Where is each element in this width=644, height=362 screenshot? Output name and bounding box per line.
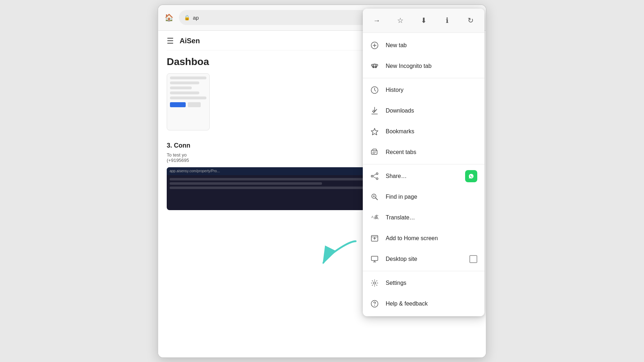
svg-text:A: A <box>371 215 374 219</box>
gear-icon <box>370 278 379 288</box>
recent-tabs-label: Recent tabs <box>386 149 477 155</box>
preview-line <box>170 86 192 89</box>
incognito-icon <box>370 61 379 71</box>
new-tab-label: New tab <box>386 42 477 49</box>
desktop-icon <box>370 254 379 264</box>
menu-items: New tab New Incognito tab <box>363 33 484 316</box>
clock-icon <box>370 85 379 95</box>
star-icon <box>370 127 379 136</box>
site-title: AiSen <box>180 37 200 45</box>
svg-text:A: A <box>374 215 377 220</box>
translate-icon: A A <box>370 213 379 222</box>
incognito-label: New Incognito tab <box>386 63 477 69</box>
svg-point-7 <box>373 65 374 66</box>
svg-point-38 <box>374 305 375 306</box>
svg-rect-33 <box>371 256 378 261</box>
menu-item-settings[interactable]: Settings <box>363 273 484 293</box>
help-icon <box>370 299 379 308</box>
url-text: ap <box>193 15 199 21</box>
hamburger-icon[interactable]: ☰ <box>167 36 174 46</box>
bookmarks-label: Bookmarks <box>386 128 477 135</box>
preview-line <box>170 96 206 99</box>
svg-point-8 <box>376 65 377 66</box>
menu-bookmark-button[interactable]: ☆ <box>393 13 408 28</box>
find-icon <box>370 192 379 202</box>
svg-point-36 <box>374 282 376 284</box>
menu-item-bookmarks[interactable]: Bookmarks <box>363 121 484 142</box>
menu-item-downloads[interactable]: Downloads <box>363 100 484 121</box>
history-label: History <box>386 87 477 93</box>
svg-line-24 <box>376 198 378 200</box>
preview-line <box>170 91 199 94</box>
chrome-menu: → ☆ ⬇ ℹ ↻ New tab <box>363 9 484 316</box>
home-icon[interactable]: 🏠 <box>162 11 175 24</box>
downloads-label: Downloads <box>386 108 477 114</box>
mini-cancel-btn <box>188 102 201 107</box>
menu-info-button[interactable]: ℹ <box>440 13 455 28</box>
share-label: Share… <box>386 173 459 179</box>
svg-line-21 <box>373 177 376 178</box>
svg-rect-6 <box>371 64 378 66</box>
svg-point-19 <box>376 178 378 179</box>
svg-marker-12 <box>371 128 378 135</box>
menu-item-share[interactable]: Share… <box>363 166 484 187</box>
desktop-site-label: Desktop site <box>386 256 463 262</box>
mini-create-btn <box>170 102 186 107</box>
svg-point-4 <box>372 66 374 68</box>
translate-label: Translate… <box>386 214 477 221</box>
menu-item-add-home[interactable]: Add to Home screen <box>363 228 484 249</box>
add-home-label: Add to Home screen <box>386 235 477 242</box>
preview-line <box>170 76 206 79</box>
sc-line <box>170 182 322 185</box>
help-label: Help & feedback <box>386 301 477 307</box>
svg-line-20 <box>373 174 376 176</box>
share-icon <box>370 172 379 181</box>
menu-forward-button[interactable]: → <box>369 13 384 28</box>
find-in-page-label: Find in page <box>386 194 477 200</box>
plus-circle-icon <box>370 41 379 50</box>
menu-item-incognito[interactable]: New Incognito tab <box>363 56 484 76</box>
desktop-site-checkbox[interactable] <box>469 255 477 263</box>
menu-item-find-in-page[interactable]: Find in page <box>363 187 484 207</box>
svg-point-18 <box>371 175 373 177</box>
menu-toolbar: → ☆ ⬇ ℹ ↻ <box>363 9 484 33</box>
menu-divider-1 <box>363 78 484 78</box>
menu-divider-2 <box>363 164 484 164</box>
settings-label: Settings <box>386 280 477 286</box>
preview-line <box>170 81 199 84</box>
recent-tabs-icon <box>370 148 379 157</box>
phone-container: 🏠 🔒 ap → ☆ ⬇ ℹ ↻ ☰ AiSen Dashboa <box>157 4 487 358</box>
menu-item-new-tab[interactable]: New tab <box>363 35 484 56</box>
menu-refresh-button[interactable]: ↻ <box>463 13 478 28</box>
menu-divider-3 <box>363 271 484 271</box>
whatsapp-badge <box>465 170 477 182</box>
menu-item-history[interactable]: History <box>363 80 484 100</box>
menu-download-button[interactable]: ⬇ <box>416 13 431 28</box>
btn-row <box>170 102 206 107</box>
card-preview <box>167 73 210 130</box>
menu-item-help[interactable]: Help & feedback <box>363 293 484 314</box>
svg-point-17 <box>376 173 378 174</box>
svg-point-5 <box>375 66 377 68</box>
add-home-icon <box>370 234 379 243</box>
lock-icon: 🔒 <box>184 15 190 20</box>
menu-item-desktop-site[interactable]: Desktop site <box>363 249 484 269</box>
svg-rect-14 <box>373 149 376 151</box>
menu-item-translate[interactable]: A A Translate… <box>363 207 484 228</box>
download-check-icon <box>370 106 379 115</box>
menu-item-recent-tabs[interactable]: Recent tabs <box>363 142 484 163</box>
